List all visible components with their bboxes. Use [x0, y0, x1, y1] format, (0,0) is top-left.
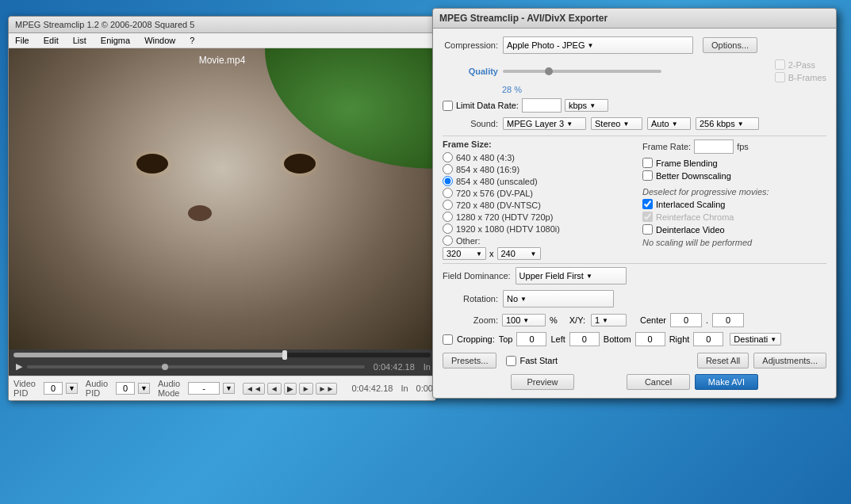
frame-size-radio-3[interactable]: [443, 188, 453, 198]
frame-size-radio-6[interactable]: [443, 223, 453, 234]
destination-select[interactable]: Destinati ▼: [730, 333, 781, 346]
menu-help[interactable]: ?: [186, 35, 197, 46]
frame-size-radio-0[interactable]: [443, 152, 453, 162]
audio-mode-value: -: [188, 382, 220, 395]
zoom-row: Zoom: 100 ▼ % X/Y: 1 ▼ Center .: [443, 313, 826, 327]
nav-next-next[interactable]: ►►: [316, 383, 338, 395]
reinterlace-chroma-checkbox[interactable]: [642, 212, 653, 222]
frame-size-radio-1[interactable]: [443, 164, 453, 174]
kbps-select[interactable]: kbps ▼: [565, 99, 608, 112]
audio-mode-dropdown[interactable]: ▼: [223, 383, 235, 394]
other-height-arrow-icon: ▼: [531, 250, 537, 258]
frame-blending-checkbox[interactable]: [642, 158, 653, 168]
video-pid-dropdown[interactable]: ▼: [66, 383, 78, 394]
frame-rate-input[interactable]: [694, 139, 734, 154]
nav-play[interactable]: ▶: [284, 383, 297, 395]
frame-size-radio-2[interactable]: [443, 176, 453, 186]
zoom-select[interactable]: 100 ▼: [502, 314, 546, 326]
audio-mode-label: Audio Mode: [158, 379, 180, 398]
sound-rate-value: Auto: [651, 119, 669, 128]
frame-size-radio-7[interactable]: [443, 235, 453, 246]
cropping-checkbox[interactable]: [443, 334, 453, 345]
crop-right-label: Right: [669, 334, 690, 344]
rotation-select[interactable]: No ▼: [503, 290, 614, 307]
cancel-button[interactable]: Cancel: [627, 374, 690, 390]
nav-prev[interactable]: ◄: [267, 383, 282, 395]
audio-pid-dropdown[interactable]: ▼: [138, 383, 150, 394]
frame-section: Frame Size: 640 x 480 (4:3)854 x 480 (16…: [443, 139, 826, 260]
frame-size-col: Frame Size: 640 x 480 (4:3)854 x 480 (16…: [443, 139, 627, 260]
zoom-arrow-icon: ▼: [523, 317, 529, 324]
bframes-checkbox[interactable]: [775, 72, 785, 82]
field-dominance-select[interactable]: Upper Field First ▼: [516, 267, 627, 284]
video-pid-value: 0: [44, 382, 63, 395]
kbps-arrow-icon: ▼: [589, 102, 596, 109]
field-dominance-row: Field Dominance: Upper Field First ▼: [443, 267, 826, 284]
crop-top-input[interactable]: [516, 332, 546, 346]
cropping-label: Cropping:: [457, 334, 495, 344]
sound-rate-select[interactable]: Auto ▼: [647, 117, 691, 130]
deinterlace-video-row: Deinterlace Video: [642, 224, 826, 235]
crop-bottom-input[interactable]: [635, 332, 665, 346]
transport-play-btn[interactable]: ▶: [13, 361, 25, 372]
rotation-label: Rotation:: [443, 294, 498, 304]
options-button[interactable]: Options...: [703, 37, 757, 53]
sound-channels-select[interactable]: Stereo ▼: [591, 117, 642, 130]
adjustments-button[interactable]: Adjustments...: [753, 353, 826, 368]
compression-select[interactable]: Apple Photo - JPEG ▼: [503, 36, 693, 54]
crop-right-input[interactable]: [693, 332, 723, 346]
progressive-label: Deselect for progressive movies:: [642, 187, 826, 197]
center-x-input[interactable]: [670, 313, 702, 327]
make-avi-button[interactable]: Make AVI: [695, 374, 758, 390]
reinterlace-chroma-row: Reinterface Chroma: [642, 212, 826, 222]
audio-slider[interactable]: [27, 365, 365, 368]
frame-size-label-6: 1920 x 1080 (HDTV 1080i): [456, 224, 560, 234]
sound-label: Sound:: [443, 119, 498, 128]
reset-all-button[interactable]: Reset All: [697, 353, 749, 368]
center-y-input[interactable]: [712, 313, 744, 327]
interlaced-scaling-checkbox[interactable]: [642, 199, 653, 209]
preview-button[interactable]: Preview: [511, 374, 574, 390]
kbps-input[interactable]: [522, 98, 562, 113]
deinterlace-video-checkbox[interactable]: [642, 224, 653, 235]
frame-size-radio-5[interactable]: [443, 212, 453, 222]
compression-value: Apple Photo - JPEG: [507, 40, 585, 50]
compression-label: Compression:: [443, 40, 498, 50]
quality-slider[interactable]: [503, 70, 661, 73]
sound-format-select[interactable]: MPEG Layer 3 ▼: [503, 117, 586, 130]
center-label: Center: [640, 315, 666, 325]
center-dot: .: [706, 315, 708, 325]
frame-blending-label: Frame Blending: [656, 158, 718, 168]
frame-size-radio-4[interactable]: [443, 200, 453, 210]
frame-size-option-3: 720 x 576 (DV-PAL): [443, 188, 627, 198]
other-height-select[interactable]: 240 ▼: [497, 247, 541, 260]
sound-channels-arrow-icon: ▼: [623, 120, 629, 128]
progress-bar[interactable]: [13, 353, 431, 357]
nav-next[interactable]: ►: [299, 383, 313, 395]
xy-select[interactable]: 1 ▼: [591, 314, 627, 326]
nav-buttons: ◄◄ ◄ ▶ ► ►►: [243, 383, 337, 395]
destination-value: Destinati: [734, 334, 768, 344]
video-pid-field: Video PID: [13, 379, 36, 398]
face-eye-left: [136, 154, 168, 174]
menu-file[interactable]: File: [12, 35, 33, 46]
menu-window[interactable]: Window: [141, 35, 178, 46]
xy-label: X/Y:: [569, 315, 585, 325]
crop-left-input[interactable]: [569, 332, 600, 346]
status-time-value: 0:04:42.18: [351, 384, 393, 393]
sound-bitrate-select[interactable]: 256 kbps ▼: [696, 117, 759, 130]
presets-button[interactable]: Presets...: [443, 353, 496, 368]
menu-list[interactable]: List: [70, 35, 90, 46]
main-titlebar: MPEG Streamclip 1.2 © 2006-2008 Squared …: [9, 17, 435, 33]
other-width-select[interactable]: 320 ▼: [443, 247, 486, 260]
main-menubar: File Edit List Enigma Window ?: [9, 33, 435, 48]
fast-start-checkbox[interactable]: [506, 356, 516, 366]
limit-data-rate-checkbox[interactable]: [443, 101, 453, 111]
crop-top-label: Top: [499, 334, 513, 344]
nav-prev-prev[interactable]: ◄◄: [243, 383, 265, 395]
better-downscaling-checkbox[interactable]: [642, 170, 653, 181]
menu-enigma[interactable]: Enigma: [98, 35, 133, 46]
pass2-checkbox[interactable]: [775, 59, 785, 70]
main-title: MPEG Streamclip 1.2 © 2006-2008 Squared …: [15, 20, 194, 29]
menu-edit[interactable]: Edit: [40, 35, 62, 46]
